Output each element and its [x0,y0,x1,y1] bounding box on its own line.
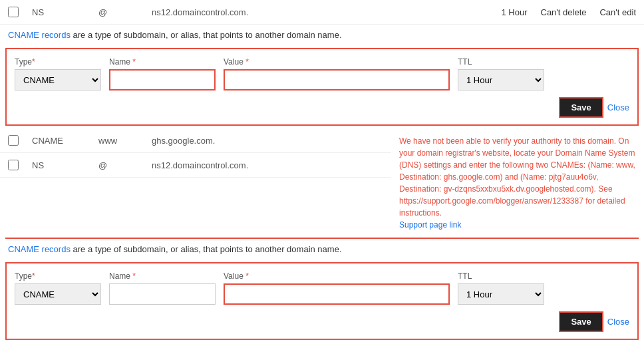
cname-link-1[interactable]: CNAME records [8,30,71,40]
top-ns-delete: Can't delete [541,7,587,17]
type-label-2: Type* [15,271,101,281]
save-button-2[interactable]: Save [560,313,601,331]
top-ns-name: @ [98,7,138,17]
middle-section: CNAME www ghs.google.com. NS @ ns12.doma… [0,128,644,238]
ttl-select-2[interactable]: 1 Hour 30 Minutes 2 Hours 4 Hours [458,283,544,305]
value-group-1: Value * gv-dzqns5xxbxu5xk.dv.googlehoste… [224,57,450,90]
save-button-1[interactable]: Save [560,98,601,116]
btn-row-2: Save Close [15,313,629,331]
form-row-1: Type* CNAME A NS TXT MX Name * pjtg7auu4… [15,57,629,90]
value-label-2: Value * [224,271,450,281]
form-row-2: Type* CNAME A NS TXT MX Name * www Value… [15,271,629,305]
cname-www-checkbox[interactable] [8,135,19,146]
ttl-group-2: TTL 1 Hour 30 Minutes 2 Hours 4 Hours [458,271,544,305]
value-input-2[interactable]: ghs.google.com [224,283,450,305]
name-group-2: Name * www [109,271,216,305]
name-label-1: Name * [109,57,216,67]
type-select-2[interactable]: CNAME A NS TXT MX [15,283,101,305]
value-group-2: Value * ghs.google.com [224,271,450,305]
form-section-1: Type* CNAME A NS TXT MX Name * pjtg7auu4… [5,48,639,126]
top-ns-type: NS [32,7,85,17]
ns-record-name: @ [98,160,138,170]
ttl-label-1: TTL [458,57,544,67]
type-group-1: Type* CNAME A NS TXT MX [15,57,101,90]
name-group-1: Name * pjtg7auu4o6v [109,57,216,90]
value-input-1[interactable]: gv-dzqns5xxbxu5xk.dv.googlehosted.com. [224,69,450,90]
cname-www-row: CNAME www ghs.google.com. [0,128,391,153]
type-label-1: Type* [15,57,101,67]
name-input-2[interactable]: www [109,283,216,305]
btn-row-1: Save Close [15,98,629,116]
cname-www-name: www [98,136,138,146]
top-ns-value: ns12.domaincontrol.com. [152,7,488,17]
name-label-2: Name * [109,271,216,281]
cname-www-type: CNAME [32,136,85,146]
support-link[interactable]: Support page link [399,220,461,230]
cname-link-2[interactable]: CNAME records [8,244,71,254]
form-section-2: Type* CNAME A NS TXT MX Name * www Value… [5,262,639,340]
error-panel: We have not been able to verify your aut… [391,128,644,238]
top-ns-ttl: 1 Hour [501,7,527,17]
ns-record-checkbox[interactable] [8,160,19,170]
top-ns-checkbox[interactable] [8,7,19,17]
ttl-group-1: TTL 1 Hour 30 Minutes 2 Hours 4 Hours [458,57,544,90]
type-group-2: Type* CNAME A NS TXT MX [15,271,101,305]
cname-info-1: CNAME records are a type of subdomain, o… [0,25,644,45]
ttl-select-1[interactable]: 1 Hour 30 Minutes 2 Hours 4 Hours [458,69,544,90]
top-ns-row: NS @ ns12.domaincontrol.com. 1 Hour Can'… [0,0,644,25]
ns-record-type: NS [32,160,85,170]
records-list: CNAME www ghs.google.com. NS @ ns12.doma… [0,128,391,238]
type-select-1[interactable]: CNAME A NS TXT MX [15,69,101,90]
close-button-2[interactable]: Close [607,317,629,327]
cname-www-value: ghs.google.com. [152,136,383,146]
close-button-1[interactable]: Close [607,102,629,112]
error-text: We have not been able to verify your aut… [399,136,635,218]
cname-info-2: CNAME records are a type of subdomain, o… [0,239,644,259]
value-label-1: Value * [224,57,450,67]
top-ns-edit: Can't edit [599,7,636,17]
ns-record-row: NS @ ns12.domaincontrol.com. [0,153,391,178]
name-input-1[interactable]: pjtg7auu4o6v [109,69,216,90]
ns-record-value: ns12.domaincontrol.com. [152,160,383,170]
ttl-label-2: TTL [458,271,544,281]
